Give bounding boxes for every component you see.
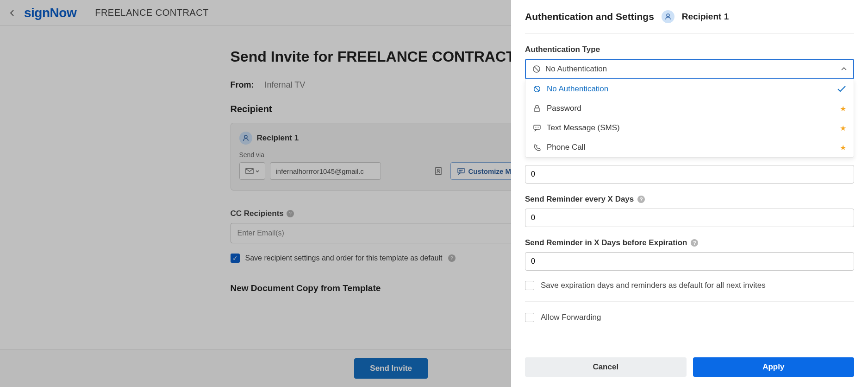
panel-recipient-name: Recipient 1 xyxy=(682,12,729,22)
sms-icon xyxy=(533,124,541,132)
allow-forwarding-checkbox[interactable] xyxy=(525,313,534,322)
svg-point-14 xyxy=(537,127,537,128)
auth-type-select[interactable]: No Authentication xyxy=(525,59,854,79)
auth-option-password[interactable]: Password ★ xyxy=(525,99,854,118)
allow-forwarding-label: Allow Forwarding xyxy=(541,312,601,323)
auth-option-phone[interactable]: Phone Call ★ xyxy=(525,138,854,157)
star-icon: ★ xyxy=(840,143,846,152)
help-icon[interactable]: ? xyxy=(691,239,698,247)
help-icon[interactable]: ? xyxy=(637,196,645,203)
svg-point-8 xyxy=(667,14,669,17)
save-expiration-default-checkbox[interactable] xyxy=(525,281,534,290)
svg-point-15 xyxy=(538,127,539,128)
star-icon: ★ xyxy=(840,104,846,113)
auth-option-no-authentication[interactable]: No Authentication xyxy=(525,79,854,99)
panel-title: Authentication and Settings xyxy=(525,11,654,22)
phone-icon xyxy=(533,144,541,151)
reminder-every-label: Send Reminder every X Days ? xyxy=(525,195,854,204)
reminder-days-input[interactable] xyxy=(525,165,854,184)
reminder-every-input[interactable] xyxy=(525,209,854,227)
save-expiration-default-label: Save expiration days and reminders as de… xyxy=(541,280,766,291)
settings-panel: Authentication and Settings Recipient 1 … xyxy=(511,0,868,387)
checkmark-icon xyxy=(837,85,846,93)
reminder-before-label: Send Reminder in X Days before Expiratio… xyxy=(525,238,854,247)
no-auth-icon xyxy=(533,85,541,93)
svg-point-13 xyxy=(535,127,536,128)
star-icon: ★ xyxy=(840,124,846,133)
reminder-before-input[interactable] xyxy=(525,252,854,271)
chevron-up-icon xyxy=(841,67,847,71)
modal-overlay xyxy=(0,0,511,387)
divider xyxy=(525,301,854,302)
auth-type-label: Authentication Type xyxy=(525,45,854,54)
avatar xyxy=(662,10,674,23)
auth-option-sms[interactable]: Text Message (SMS) ★ xyxy=(525,118,854,138)
auth-option-label: Password xyxy=(547,104,581,113)
auth-option-label: No Authentication xyxy=(547,84,608,94)
auth-selected-value: No Authentication xyxy=(545,64,607,74)
auth-option-label: Text Message (SMS) xyxy=(547,123,620,133)
auth-type-dropdown: No Authentication Password ★ Text Messag… xyxy=(525,79,854,158)
svg-rect-11 xyxy=(535,108,539,112)
apply-button[interactable]: Apply xyxy=(693,357,855,377)
auth-option-label: Phone Call xyxy=(547,143,585,152)
cancel-button[interactable]: Cancel xyxy=(525,357,687,377)
lock-icon xyxy=(533,105,541,112)
no-auth-icon xyxy=(532,65,541,73)
